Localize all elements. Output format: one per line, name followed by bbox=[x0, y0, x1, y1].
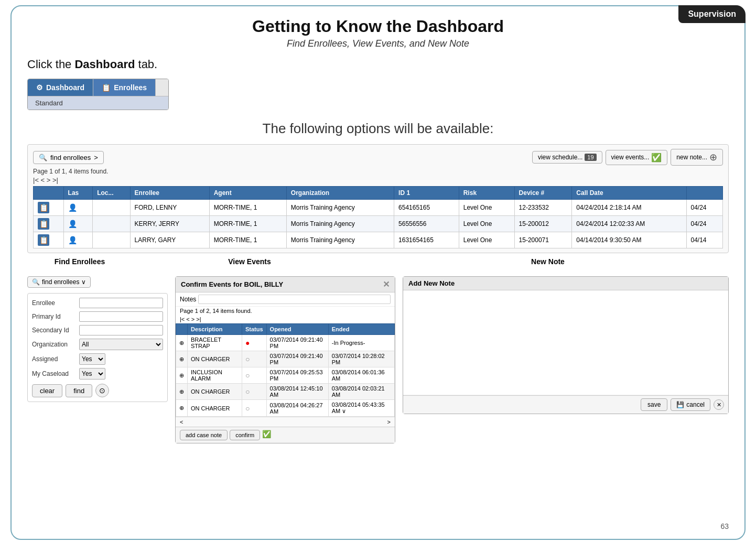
risk: Level One bbox=[459, 200, 514, 216]
view-events-button[interactable]: view events... ✅ bbox=[606, 150, 668, 165]
schedule-badge: 19 bbox=[585, 154, 596, 161]
view-schedule-button[interactable]: view schedule... 19 bbox=[532, 151, 602, 164]
org-name: Morris Training Agency bbox=[286, 216, 394, 232]
calldate: 04/14/2014 9:30:50 AM bbox=[572, 232, 686, 248]
page-number: 63 bbox=[720, 522, 729, 530]
subtitle: Find Enrollees, View Events, and New Not… bbox=[27, 38, 729, 49]
pagination-info: Page 1 of 1, 4 items found. bbox=[33, 168, 723, 175]
view-events-section-title: View Events bbox=[139, 257, 360, 266]
ve-dialog: Confirm Events for BOIL, BILLY ✕ Notes P… bbox=[175, 276, 395, 443]
enrollee-name: LARRY, GARY bbox=[130, 232, 209, 248]
fe-buttons: clear find ⊙ bbox=[32, 384, 163, 397]
new-note-section-title: New Note bbox=[367, 257, 729, 266]
device: 12-233532 bbox=[514, 200, 572, 216]
fe-my-caseload-field: My Caseload Yes No bbox=[32, 368, 163, 379]
col-enrollee: Enrollee bbox=[130, 187, 209, 200]
supervision-badge: Supervision bbox=[678, 5, 746, 23]
confirm-button[interactable]: confirm bbox=[230, 430, 260, 440]
enrollee-input[interactable] bbox=[79, 298, 163, 308]
instruction: Click the Dashboard tab. bbox=[27, 58, 729, 71]
assigned-select[interactable]: Yes No bbox=[79, 353, 105, 365]
nn-header: Add New Note bbox=[403, 277, 728, 290]
main-title: Getting to Know the Dashboard bbox=[27, 17, 729, 36]
fe-assigned-field: Assigned Yes No bbox=[32, 353, 163, 365]
view-events-section: Confirm Events for BOIL, BILLY ✕ Notes P… bbox=[175, 276, 395, 443]
device: 15-200012 bbox=[514, 216, 572, 232]
circle-button[interactable]: ⊙ bbox=[95, 384, 109, 397]
new-note-section: Add New Note save 💾 cancel ✕ bbox=[403, 276, 729, 443]
ve-col-opened: Opened bbox=[266, 324, 328, 335]
col-organization: Organization bbox=[286, 187, 394, 200]
col-icon bbox=[34, 187, 64, 200]
enrollee-name: KERRY, JERRY bbox=[130, 216, 209, 232]
id1: 654165165 bbox=[394, 200, 459, 216]
fe-secondary-id-field: Secondary Id bbox=[32, 325, 163, 335]
table-row[interactable]: 📋 👤 FORD, LENNY MORR-TIME, 1 Morris Trai… bbox=[34, 200, 723, 216]
dashboard-tabs: ⚙ Dashboard 📋 Enrollees Standard bbox=[27, 79, 169, 110]
id1: 56556556 bbox=[394, 216, 459, 232]
ve-table-row[interactable]: ⊕ ON CHARGER ○ 03/08/2014 12:45:10 AM 03… bbox=[176, 384, 395, 400]
find-enrollees-section-title: Find Enrollees bbox=[27, 257, 132, 266]
new-note-button[interactable]: new note... ⊕ bbox=[671, 149, 723, 166]
col-extra-val: 04/24 bbox=[686, 216, 723, 232]
close-x-button[interactable]: ✕ bbox=[714, 399, 724, 410]
ve-table-row[interactable]: ⊕ BRACELET STRAP ● 03/07/2014 09:21:40 P… bbox=[176, 335, 395, 351]
fe-enrollee-field: Enrollee bbox=[32, 298, 163, 308]
standard-subtab[interactable]: Standard bbox=[28, 96, 168, 110]
ve-pagination: Page 1 of 2, 14 items found. bbox=[176, 307, 395, 315]
following-title: The following options will be available: bbox=[27, 121, 729, 137]
dashboard-tab-icon: ⚙ bbox=[36, 83, 43, 92]
enrollees-tab[interactable]: 📋 Enrollees bbox=[93, 79, 156, 96]
notes-input[interactable] bbox=[198, 295, 391, 304]
organization-select[interactable]: All bbox=[79, 339, 163, 350]
ve-col-ended: Ended bbox=[328, 324, 394, 335]
risk: Level One bbox=[459, 216, 514, 232]
col-extra bbox=[686, 187, 723, 200]
secondary-id-input[interactable] bbox=[79, 325, 163, 335]
ve-table-row[interactable]: ⊕ ON CHARGER ○ 03/08/2014 04:26:27 AM 03… bbox=[176, 400, 395, 417]
find-button[interactable]: find bbox=[66, 384, 92, 397]
primary-id-input[interactable] bbox=[79, 311, 163, 322]
ve-scroll-controls: < > bbox=[176, 417, 395, 427]
person-icon: 👤 bbox=[68, 236, 77, 244]
ve-notes: Notes bbox=[176, 292, 395, 307]
add-case-note-button[interactable]: add case note bbox=[180, 430, 228, 440]
risk: Level One bbox=[459, 232, 514, 248]
col-extra-val: 04/24 bbox=[686, 200, 723, 216]
ve-footer: add case note confirm ✅ bbox=[176, 427, 395, 443]
fe-search-row: 🔍 find enrollees ∨ bbox=[27, 276, 168, 288]
dashboard-tab[interactable]: ⚙ Dashboard bbox=[28, 79, 93, 96]
status-dot-red: ● bbox=[245, 339, 250, 347]
col-risk: Risk bbox=[459, 187, 514, 200]
col-id1: ID 1 bbox=[394, 187, 459, 200]
clear-button[interactable]: clear bbox=[32, 384, 62, 397]
table-row[interactable]: 📋 👤 KERRY, JERRY MORR-TIME, 1 Morris Tra… bbox=[34, 216, 723, 232]
cancel-button[interactable]: 💾 cancel bbox=[671, 398, 710, 411]
calldate: 04/24/2014 2:18:14 AM bbox=[572, 200, 686, 216]
ve-col-status: Status bbox=[242, 324, 266, 335]
find-enrollees-button[interactable]: 🔍 find enrollees > bbox=[33, 151, 104, 164]
org-name: Morris Training Agency bbox=[286, 200, 394, 216]
fe-find-enrollees-button[interactable]: 🔍 find enrollees ∨ bbox=[27, 276, 91, 288]
section-titles-row: Find Enrollees View Events New Note bbox=[27, 257, 729, 266]
agent-name: MORR-TIME, 1 bbox=[209, 232, 286, 248]
bottom-sections: 🔍 find enrollees ∨ Enrollee Primary Id S… bbox=[27, 276, 729, 443]
my-caseload-select[interactable]: Yes No bbox=[79, 368, 105, 379]
fe-primary-id-field: Primary Id bbox=[32, 311, 163, 322]
calldate: 04/24/2014 12:02:33 AM bbox=[572, 216, 686, 232]
status-dot-gray: ○ bbox=[245, 387, 250, 396]
ve-close-button[interactable]: ✕ bbox=[383, 279, 390, 289]
fe-organization-field: Organization All bbox=[32, 339, 163, 350]
col-las: Las bbox=[63, 187, 93, 200]
status-dot-gray: ○ bbox=[245, 355, 250, 363]
col-extra-val: 04/14 bbox=[686, 232, 723, 248]
check-icon: ✅ bbox=[651, 153, 662, 162]
table-row[interactable]: 📋 👤 LARRY, GARY MORR-TIME, 1 Morris Trai… bbox=[34, 232, 723, 248]
nn-body[interactable] bbox=[403, 290, 728, 395]
tabs-row: ⚙ Dashboard 📋 Enrollees bbox=[28, 79, 168, 96]
col-loc: Loc... bbox=[93, 187, 130, 200]
ve-table-row[interactable]: ⊕ INCLUSION ALARM ○ 03/07/2014 09:25:53 … bbox=[176, 367, 395, 384]
save-icon: 💾 bbox=[676, 401, 684, 408]
ve-table-row[interactable]: ⊕ ON CHARGER ○ 03/07/2014 09:21:40 PM 03… bbox=[176, 351, 395, 367]
save-button[interactable]: save bbox=[641, 398, 667, 411]
